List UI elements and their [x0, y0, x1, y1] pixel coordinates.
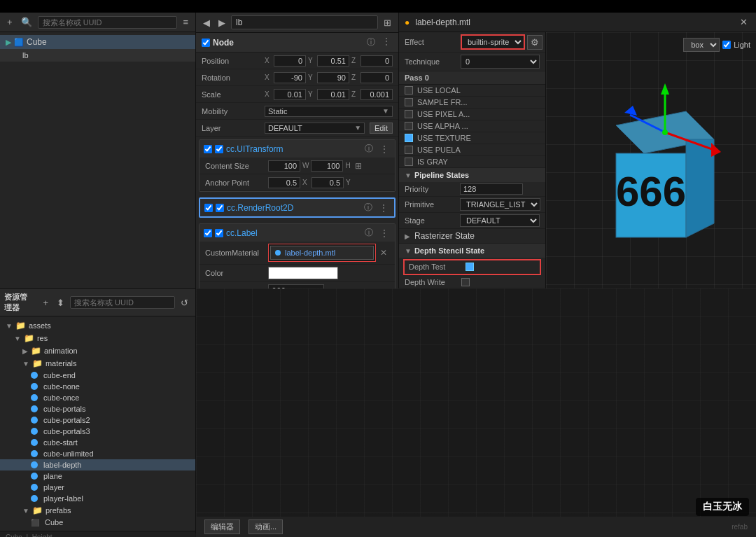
material-clear-icon[interactable]: ✕ [378, 248, 389, 258]
inspector-back-button[interactable]: ◀ [200, 16, 213, 29]
asset-item-cube-portals3[interactable]: cube-portals3 [0, 426, 195, 437]
search-toggle-button[interactable]: 🔍 [18, 15, 35, 29]
uitransform-header[interactable]: cc.UITransform ⓘ ⋮ [200, 140, 395, 158]
anchor-x-input[interactable] [268, 177, 300, 188]
node-section-header[interactable]: Node ⓘ ⋮ [196, 33, 398, 53]
content-size-h-input[interactable] [311, 160, 343, 172]
anim-button[interactable]: 动画... [248, 519, 283, 534]
asset-add-button[interactable]: + [40, 296, 51, 309]
asset-item-cube-start[interactable]: cube-start [0, 437, 195, 448]
tree-item-cube[interactable]: ▶ 🟦 Cube [0, 35, 195, 49]
position-z-input[interactable] [360, 55, 393, 67]
position-y-input[interactable] [317, 55, 349, 67]
asset-item-plane[interactable]: plane [0, 470, 195, 482]
uitransform-enabled-checkbox[interactable] [204, 145, 212, 153]
asset-item-animation[interactable]: ▶ 📁 animation [0, 344, 195, 357]
depth-write-checkbox[interactable] [461, 278, 470, 286]
renderroot2d-menu-icon[interactable]: ⋮ [377, 203, 390, 213]
tree-item-lb[interactable]: lb [0, 49, 195, 62]
asset-search-input[interactable] [70, 296, 175, 309]
color-swatch[interactable] [268, 267, 338, 279]
cube-icon: 🟦 [14, 38, 24, 47]
label-menu-icon[interactable]: ⋮ [378, 228, 391, 238]
node-info-icon[interactable]: ⓘ [365, 36, 377, 48]
inspector-forward-button[interactable]: ▶ [216, 16, 228, 29]
asset-item-prefabs[interactable]: ▼ 📁 prefabs [0, 504, 195, 517]
uitransform-visible-checkbox[interactable] [215, 145, 223, 153]
label-header[interactable]: cc.Label ⓘ ⋮ [200, 224, 395, 242]
add-node-button[interactable]: + [4, 15, 15, 29]
asset-item-cube-prefab[interactable]: ⬛ Cube [0, 517, 195, 528]
rasterizer-state-row[interactable]: ▶ Rasterizer State [399, 229, 545, 244]
inspector-lock-button[interactable]: ⊞ [381, 16, 394, 29]
node-menu-icon[interactable]: ⋮ [380, 36, 393, 48]
component-name-input[interactable] [231, 15, 378, 29]
asset-sort-button[interactable]: ⬍ [54, 296, 67, 309]
3d-cube-container: 666 [574, 69, 728, 251]
use-pixel-a-checkbox[interactable] [405, 110, 413, 118]
depth-test-row: Depth Test [405, 260, 540, 274]
anchor-y-input[interactable] [312, 177, 344, 188]
layer-dropdown[interactable]: DEFAULT ▼ [265, 123, 365, 134]
asset-item-assets[interactable]: ▼ 📁 assets [0, 319, 195, 332]
effect-gear-button[interactable]: ⚙ [527, 35, 542, 50]
3d-viewport[interactable]: box Light [546, 32, 756, 288]
priority-input[interactable] [460, 183, 523, 195]
asset-item-cube-none[interactable]: cube-none [0, 381, 195, 392]
asset-item-materials[interactable]: ▼ 📁 materials [0, 357, 195, 370]
use-texture-checkbox[interactable] [405, 134, 413, 142]
label-visible-checkbox[interactable] [215, 229, 223, 237]
viewport-mode-select[interactable]: box [683, 38, 720, 52]
hierarchy-search-input[interactable] [38, 16, 178, 29]
close-tab-button[interactable]: ✕ [737, 15, 750, 29]
uitransform-menu-icon[interactable]: ⋮ [378, 144, 391, 154]
material-ref[interactable]: label-depth.mtl [270, 246, 374, 260]
stage-select[interactable]: DEFAULT [460, 214, 540, 227]
asset-refresh-button[interactable]: ↺ [178, 296, 191, 309]
content-size-lock-icon[interactable]: ⊞ [353, 161, 364, 171]
asset-item-player-label[interactable]: player-label [0, 493, 195, 504]
asset-item-player[interactable]: player [0, 482, 195, 493]
node-enabled-checkbox[interactable] [202, 39, 210, 47]
primitive-select[interactable]: TRIANGLE_LIST [460, 198, 540, 211]
viewport-light-checkbox[interactable] [722, 41, 731, 49]
assets-label: assets [29, 321, 51, 330]
renderroot2d-visible-checkbox[interactable] [216, 204, 224, 212]
depth-test-checkbox[interactable] [465, 263, 474, 271]
asset-item-cube-unlimited[interactable]: cube-unlimited [0, 448, 195, 459]
effect-dropdown[interactable]: builtin-sprite [461, 34, 525, 50]
asset-item-cube-once[interactable]: cube-once [0, 392, 195, 403]
sample-fr-checkbox[interactable] [405, 98, 413, 106]
label-info-icon[interactable]: ⓘ [363, 227, 375, 239]
use-puela-checkbox[interactable] [405, 146, 413, 154]
pipeline-states-header[interactable]: ▼ Pipeline States [399, 168, 545, 182]
asset-item-label-depth[interactable]: label-depth [0, 459, 195, 470]
renderroot2d-enabled-checkbox[interactable] [204, 204, 213, 212]
rotation-y-input[interactable] [317, 72, 349, 83]
technique-select[interactable]: 0 [461, 55, 540, 69]
asset-item-cube-end[interactable]: cube-end [0, 370, 195, 381]
editor-button[interactable]: 编辑器 [204, 519, 240, 534]
position-x-input[interactable] [274, 55, 306, 67]
is-gray-checkbox[interactable] [405, 158, 413, 166]
scale-x-input[interactable] [274, 89, 306, 100]
scale-y-input[interactable] [317, 89, 349, 100]
renderroot2d-header[interactable]: cc.RenderRoot2D ⓘ ⋮ [200, 199, 394, 216]
asset-item-cube-portals[interactable]: cube-portals [0, 403, 195, 414]
player-label: player [43, 483, 64, 491]
label-enabled-checkbox[interactable] [204, 229, 212, 237]
asset-item-res[interactable]: ▼ 📁 res [0, 332, 195, 344]
hierarchy-menu-button[interactable]: ≡ [180, 15, 191, 29]
mobility-dropdown[interactable]: Static ▼ [265, 106, 393, 117]
depth-stencil-header[interactable]: ▼ Depth Stencil State [399, 244, 545, 258]
uitransform-info-icon[interactable]: ⓘ [363, 143, 375, 155]
rotation-x-input[interactable] [274, 72, 306, 83]
use-local-checkbox[interactable] [405, 86, 413, 95]
scale-z-input[interactable] [360, 89, 393, 100]
content-size-w-input[interactable] [268, 160, 300, 172]
use-alpha-checkbox[interactable] [405, 122, 413, 130]
asset-item-cube-portals2[interactable]: cube-portals2 [0, 414, 195, 426]
renderroot2d-info-icon[interactable]: ⓘ [362, 202, 374, 214]
rotation-z-input[interactable] [360, 72, 393, 83]
layer-edit-button[interactable]: Edit [370, 123, 393, 134]
